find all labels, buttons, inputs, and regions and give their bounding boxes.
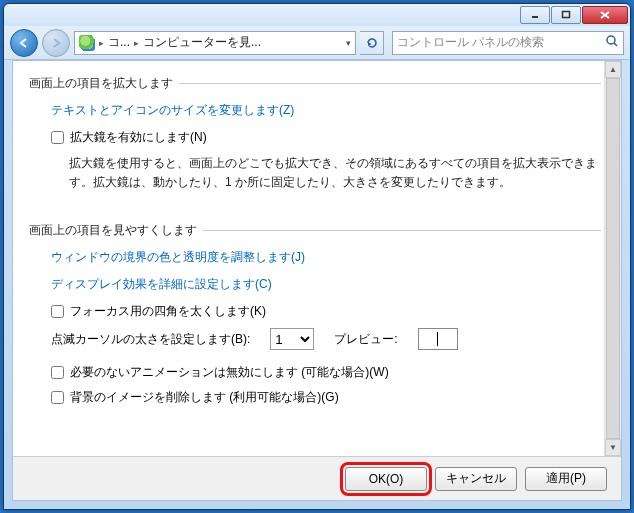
scroll-up-icon[interactable]: ▲ <box>605 61 621 78</box>
addr-segment-2[interactable]: コンピューターを見... <box>143 34 261 51</box>
select-cursor-thickness[interactable]: 1 <box>270 328 314 350</box>
section-visibility: 画面上の項目を見やすくします ウィンドウの境界の色と透明度を調整します(J) デ… <box>29 222 605 414</box>
label-preview: プレビュー: <box>334 331 397 348</box>
scroll-down-icon[interactable]: ▼ <box>605 439 621 456</box>
link-text-icon-size[interactable]: テキストとアイコンのサイズを変更します(Z) <box>51 102 605 119</box>
vertical-scrollbar[interactable]: ▲ ▼ <box>604 61 621 456</box>
titlebar <box>4 4 630 26</box>
label-disable-animations: 必要のないアニメーションは無効にします (可能な場合)(W) <box>70 364 389 381</box>
label-thick-focus: フォーカス用の四角を太くします(K) <box>70 303 266 320</box>
scrollbar-thumb[interactable] <box>606 78 620 439</box>
label-remove-background: 背景のイメージを削除します (利用可能な場合)(G) <box>70 389 339 406</box>
control-panel-icon <box>79 35 95 51</box>
checkbox-thick-focus[interactable] <box>51 305 64 318</box>
dialog-footer: OK(O) キャンセル 適用(P) <box>13 456 621 500</box>
link-window-border[interactable]: ウィンドウの境界の色と透明度を調整します(J) <box>51 249 605 266</box>
close-button[interactable] <box>582 6 628 24</box>
section-enlarge-items: 画面上の項目を拡大します テキストとアイコンのサイズを変更します(Z) 拡大鏡を… <box>29 75 605 204</box>
label-cursor-thickness: 点滅カーソルの太さを設定します(B): <box>51 331 250 348</box>
navbar: ▸ コ... ▸ コンピューターを見... ▾ コントロール パネルの検索 <box>4 26 630 60</box>
chevron-right-icon: ▸ <box>99 38 104 48</box>
chevron-right-icon: ▸ <box>134 38 139 48</box>
checkbox-remove-background[interactable] <box>51 391 64 404</box>
section-legend: 画面上の項目を見やすくします <box>29 222 605 239</box>
minimize-button[interactable] <box>520 6 550 24</box>
back-button[interactable] <box>10 29 38 57</box>
search-box[interactable]: コントロール パネルの検索 <box>392 31 624 55</box>
svg-line-5 <box>614 43 617 46</box>
chevron-down-icon[interactable]: ▾ <box>346 38 351 48</box>
magnifier-description: 拡大鏡を使用すると、画面上のどこでも拡大でき、その領域にあるすべての項目を拡大表… <box>69 154 605 192</box>
checkbox-disable-animations[interactable] <box>51 366 64 379</box>
addr-segment-1[interactable]: コ... <box>108 34 130 51</box>
caret-icon <box>437 332 438 346</box>
checkbox-enable-magnifier[interactable] <box>51 131 64 144</box>
svg-rect-1 <box>563 12 570 18</box>
forward-button[interactable] <box>42 29 70 57</box>
cancel-button[interactable]: キャンセル <box>435 467 517 491</box>
address-bar[interactable]: ▸ コ... ▸ コンピューターを見... ▾ <box>74 31 356 55</box>
search-icon[interactable] <box>605 34 619 51</box>
search-placeholder: コントロール パネルの検索 <box>397 34 544 51</box>
label-enable-magnifier: 拡大鏡を有効にします(N) <box>70 129 207 146</box>
cursor-preview <box>418 328 458 350</box>
section-legend: 画面上の項目を拡大します <box>29 75 605 92</box>
refresh-button[interactable] <box>360 31 384 55</box>
apply-button[interactable]: 適用(P) <box>525 467 607 491</box>
ok-button[interactable]: OK(O) <box>345 467 427 491</box>
maximize-button[interactable] <box>551 6 581 24</box>
link-display-effects[interactable]: ディスプレイ効果を詳細に設定します(C) <box>51 276 605 293</box>
svg-point-4 <box>607 36 615 44</box>
content-panel: 画面上の項目を拡大します テキストとアイコンのサイズを変更します(Z) 拡大鏡を… <box>12 60 622 501</box>
window-frame: ▸ コ... ▸ コンピューターを見... ▾ コントロール パネルの検索 画面… <box>3 3 631 510</box>
